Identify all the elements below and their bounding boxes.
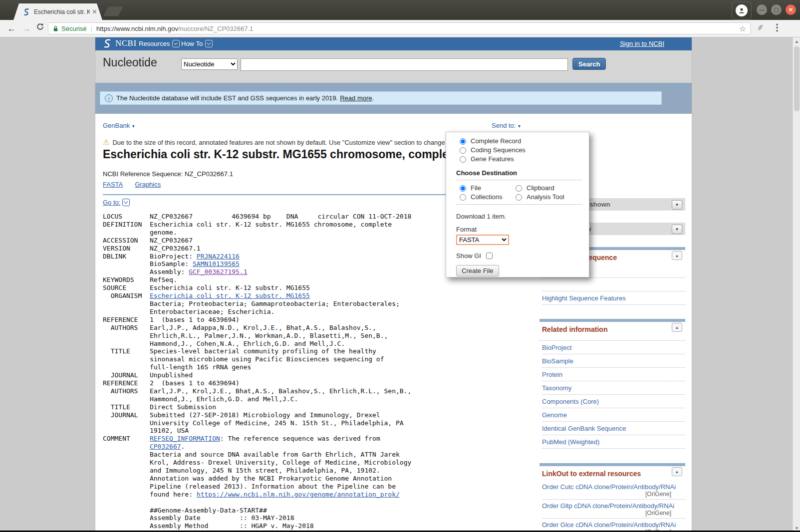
close-window-button[interactable]: ✕ bbox=[786, 4, 796, 15]
goto-link[interactable]: Go to: bbox=[103, 199, 120, 206]
section-collapse-button[interactable]: ▲ bbox=[672, 251, 682, 260]
radio-input[interactable] bbox=[516, 194, 522, 201]
scrollbar-thumb[interactable] bbox=[794, 46, 800, 111]
read-more-link[interactable]: Read more bbox=[340, 94, 372, 102]
section-collapse-button[interactable]: ▲ bbox=[672, 323, 682, 332]
record-text: full-length 16S rRNA genes bbox=[103, 363, 251, 371]
maximize-window-button[interactable]: ▢ bbox=[771, 4, 782, 15]
portlet-expand-button[interactable]: ▼ bbox=[672, 225, 682, 234]
record-text: ACCESSION NZ_CP032667 bbox=[103, 237, 193, 244]
radio-input[interactable] bbox=[460, 156, 466, 163]
linkout-provider: [OriGene] bbox=[542, 510, 685, 517]
chevron-down-icon[interactable] bbox=[122, 199, 130, 206]
linkout-item: Order Gltp cDNA clone/Protein/Antibody/R… bbox=[542, 500, 685, 519]
sign-in-link[interactable]: Sign in to NCBI bbox=[620, 40, 664, 47]
send-to-dropdown[interactable]: Send to: ▾ bbox=[492, 121, 521, 130]
create-file-button[interactable]: Create File bbox=[456, 265, 499, 276]
related-link[interactable]: BioProject bbox=[542, 344, 571, 351]
minimize-window-button[interactable]: — bbox=[757, 4, 767, 15]
back-icon[interactable]: ← bbox=[7, 22, 16, 34]
record-link[interactable]: https://www.ncbi.nlm.nih.gov/genome/anno… bbox=[197, 491, 400, 498]
chevron-down-icon: ▾ bbox=[518, 123, 521, 129]
portlet-expand-button[interactable]: ▼ bbox=[672, 200, 682, 210]
section-collapse-button[interactable]: ▲ bbox=[672, 467, 682, 476]
linkout-link[interactable]: Order Glce cDNA clone/Protein/Antibody/R… bbox=[542, 521, 685, 529]
forward-icon[interactable]: → bbox=[22, 22, 31, 34]
how-to-menu[interactable]: How To bbox=[181, 40, 213, 47]
choose-destination-heading: Choose Destination bbox=[456, 169, 582, 177]
record-link[interactable]: REFSEQ_INFORMATION bbox=[150, 435, 220, 442]
database-select[interactable]: Nucleotide bbox=[181, 58, 238, 70]
url-separator: | bbox=[91, 25, 92, 32]
radio-option-clipboard[interactable]: Clipboard bbox=[513, 183, 582, 192]
format-select[interactable]: FASTA bbox=[456, 235, 509, 245]
radio-input[interactable] bbox=[460, 147, 466, 154]
tab-close-icon[interactable]: ✕ bbox=[92, 8, 97, 15]
show-gi-checkbox[interactable] bbox=[486, 253, 493, 259]
browser-menu-icon[interactable]: ⋮ bbox=[773, 21, 782, 33]
record-link[interactable]: GCF_003627195.1 bbox=[189, 268, 247, 275]
ncbi-logo[interactable]: NCBI bbox=[102, 38, 137, 48]
radio-input[interactable] bbox=[516, 185, 522, 192]
record-text: Ehrlich,R.L., Palmer,J.N., Workman,A.D.,… bbox=[103, 332, 388, 339]
record-text: DBLINK BioProject: bbox=[103, 253, 197, 260]
section-title: LinkOut to external resources bbox=[542, 470, 685, 478]
new-tab-button[interactable] bbox=[103, 6, 123, 16]
url-host: https://www.ncbi.nlm.nih.gov bbox=[96, 25, 178, 32]
bookmark-star-icon[interactable]: ☆ bbox=[739, 24, 746, 33]
related-link[interactable]: Identical GenBank Sequence bbox=[542, 425, 626, 432]
show-gi-label: Show GI bbox=[456, 252, 481, 260]
fasta-link[interactable]: FASTA bbox=[103, 181, 123, 188]
radio-option-file[interactable]: File bbox=[457, 183, 513, 192]
browser-tab-bar: Escherichia coli str. K-1 ✕ — ▢ ✕ bbox=[0, 0, 800, 20]
genbank-format-dropdown[interactable]: GenBank ▾ bbox=[103, 121, 135, 130]
record-text: BioSample: bbox=[103, 260, 193, 267]
reload-icon[interactable] bbox=[36, 22, 44, 34]
radio-option-complete-record[interactable]: Complete Record bbox=[457, 136, 582, 145]
radio-option-collections[interactable]: Collections bbox=[457, 192, 513, 201]
vertical-scrollbar[interactable]: ▲ ▼ bbox=[793, 37, 800, 532]
how-to-label: How To bbox=[181, 40, 203, 47]
tab-title: Escherichia coli str. K-1 bbox=[34, 8, 90, 15]
banner-period: . bbox=[372, 94, 374, 102]
related-link[interactable]: Components (Core) bbox=[542, 398, 599, 405]
browser-profile-button[interactable] bbox=[732, 1, 752, 19]
extension-icon[interactable] bbox=[756, 23, 765, 35]
search-button[interactable]: Search bbox=[572, 58, 606, 70]
view-links: FASTAGraphics bbox=[103, 181, 173, 188]
security-label: Sécurisé bbox=[61, 25, 87, 32]
record-link[interactable]: CP032667 bbox=[150, 443, 181, 450]
radio-option-analysis-tool[interactable]: Analysis Tool bbox=[513, 192, 582, 201]
record-link[interactable]: SAMN10139565 bbox=[193, 260, 240, 267]
analyze-link[interactable]: Highlight Sequence Features bbox=[542, 294, 626, 302]
section-divider bbox=[539, 463, 685, 466]
record-text: sinonasal microbiome using Pacific Biosc… bbox=[103, 355, 384, 363]
related-link[interactable]: Protein bbox=[542, 371, 562, 378]
graphics-link[interactable]: Graphics bbox=[135, 181, 161, 188]
record-link[interactable]: PRJNA224116 bbox=[197, 253, 240, 260]
record-link[interactable]: Escherichia coli str. K-12 substr. MG165… bbox=[150, 292, 310, 299]
linkout-link[interactable]: Order Cutc cDNA clone/Protein/Antibody/R… bbox=[542, 483, 685, 491]
search-strip: Nucleotide Nucleotide Search Advanced He… bbox=[95, 50, 692, 83]
related-link[interactable]: Taxonomy bbox=[542, 384, 571, 392]
url-path: /nuccore/NZ_CP032667.1 bbox=[178, 25, 253, 32]
url-bar[interactable]: Sécurisé | https://www.ncbi.nlm.nih.gov/… bbox=[48, 22, 751, 34]
radio-input[interactable] bbox=[460, 194, 466, 201]
linkout-items: Order Cutc cDNA clone/Protein/Antibody/R… bbox=[539, 481, 685, 532]
browser-tab[interactable]: Escherichia coli str. K-1 ✕ bbox=[13, 3, 102, 20]
related-link[interactable]: BioSample bbox=[542, 357, 573, 365]
radio-option-coding-sequences[interactable]: Coding Sequences bbox=[457, 145, 582, 154]
warning-icon: ⚠ bbox=[103, 138, 109, 146]
related-link-row: Components (Core) bbox=[542, 395, 685, 408]
related-link[interactable]: Genome bbox=[542, 411, 567, 419]
search-input[interactable] bbox=[241, 58, 568, 71]
linkout-link[interactable]: Order Gltp cDNA clone/Protein/Antibody/R… bbox=[542, 502, 685, 510]
lock-icon bbox=[52, 25, 59, 32]
record-text: Hammond,J., Cohen,N.A., Ehrlich,G.D. and… bbox=[103, 340, 345, 347]
radio-input[interactable] bbox=[460, 185, 466, 192]
resources-menu[interactable]: Resources bbox=[139, 40, 180, 47]
related-link[interactable]: PubMed (Weighted) bbox=[542, 438, 599, 446]
scroll-up-arrow[interactable]: ▲ bbox=[793, 37, 800, 45]
radio-input[interactable] bbox=[460, 138, 466, 145]
radio-option-gene-features[interactable]: Gene Features bbox=[457, 154, 582, 163]
